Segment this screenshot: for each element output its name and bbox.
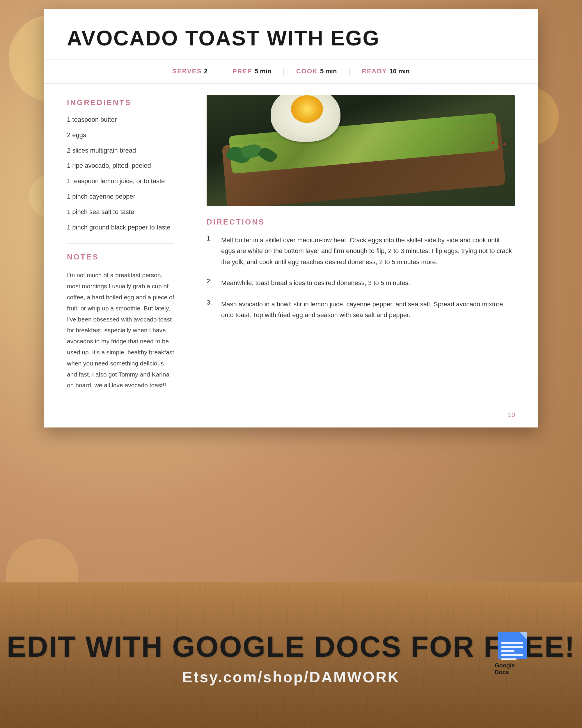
banner-subtitle: Etsy.com/shop/DAMWORK	[182, 668, 400, 686]
ingredient-2: 2 eggs	[67, 131, 174, 140]
right-column: DIRECTIONS 1. Melt butter in a skillet o…	[189, 84, 538, 405]
food-image-placeholder	[206, 95, 515, 206]
banner-title: EDIT WITH GOOGLE DOCS FOR FREE!	[7, 630, 575, 662]
divider-3: |	[348, 67, 350, 76]
ingredients-section: INGREDIENTS 1 teaspoon butter 2 eggs 2 s…	[67, 98, 174, 232]
ready-value: 10 min	[389, 68, 410, 75]
serves-value: 2	[204, 68, 207, 75]
egg-layer	[271, 95, 346, 145]
prep-label: PREP	[232, 68, 252, 75]
direction-3: 3. Mash avocado in a bowl; stir in lemon…	[206, 299, 515, 321]
direction-number-3: 3.	[206, 299, 215, 321]
direction-text-2: Meanwhile, toast bread slices to desired…	[221, 278, 410, 288]
divider-1: |	[219, 67, 221, 76]
google-docs-icon: Google Docs	[495, 632, 530, 676]
gdocs-line-5	[501, 658, 517, 660]
notes-section: NOTES I'm not much of a breakfast person…	[67, 243, 174, 391]
prep-value: 5 min	[255, 68, 271, 75]
bottom-banner: EDIT WITH GOOGLE DOCS FOR FREE! Etsy.com…	[0, 588, 582, 728]
prep-meta: PREP 5 min	[232, 68, 271, 75]
direction-number-1: 1.	[206, 235, 215, 267]
directions-section: DIRECTIONS 1. Melt butter in a skillet o…	[206, 217, 515, 320]
ingredient-7: 1 pinch sea salt to taste	[67, 208, 174, 217]
direction-2: 2. Meanwhile, toast bread slices to desi…	[206, 278, 515, 288]
ready-meta: READY 10 min	[362, 68, 410, 75]
page-number: 10	[44, 405, 538, 427]
notes-header: NOTES	[67, 253, 174, 261]
direction-1: 1. Melt butter in a skillet over medium-…	[206, 235, 515, 267]
left-column: INGREDIENTS 1 teaspoon butter 2 eggs 2 s…	[44, 84, 189, 405]
directions-header: DIRECTIONS	[206, 217, 515, 227]
cook-value: 5 min	[320, 68, 337, 75]
content-area: INGREDIENTS 1 teaspoon butter 2 eggs 2 s…	[44, 84, 538, 405]
ready-label: READY	[362, 68, 387, 75]
title-section: AVOCADO TOAST WITH EGG	[44, 9, 538, 59]
ingredient-4: 1 ripe avocado, pitted, peeled	[67, 161, 174, 171]
direction-text-3: Mash avocado in a bowl; stir in lemon ju…	[221, 299, 515, 321]
meta-bar: SERVES 2 | PREP 5 min | COOK 5 min | REA…	[44, 59, 538, 84]
cook-label: COOK	[296, 68, 318, 75]
food-image	[206, 95, 515, 206]
ingredient-1: 1 teaspoon butter	[67, 115, 174, 124]
ingredient-3: 2 slices multigrain bread	[67, 146, 174, 155]
google-docs-file-icon	[498, 632, 527, 659]
direction-text-1: Melt butter in a skillet over medium-low…	[221, 235, 515, 267]
ingredients-header: INGREDIENTS	[67, 98, 174, 107]
gdocs-line-3	[501, 650, 515, 652]
gdocs-line-4	[501, 654, 523, 656]
notes-text: I'm not much of a breakfast person, most…	[67, 270, 174, 391]
gdocs-line-2	[501, 646, 523, 648]
serves-label: SERVES	[172, 68, 202, 75]
gdocs-lines	[501, 642, 523, 662]
direction-number-2: 2.	[206, 278, 215, 288]
ingredient-6: 1 pinch cayenne pepper	[67, 192, 174, 201]
serves-meta: SERVES 2	[172, 68, 207, 75]
gdocs-line-1	[501, 642, 523, 644]
divider-2: |	[283, 67, 285, 76]
ingredient-8: 1 pinch ground black pepper to taste	[67, 223, 174, 232]
cook-meta: COOK 5 min	[296, 68, 337, 75]
recipe-title: AVOCADO TOAST WITH EGG	[67, 26, 515, 50]
ingredient-5: 1 teaspoon lemon juice, or to taste	[67, 177, 174, 186]
google-docs-label: Google Docs	[495, 662, 530, 676]
recipe-card: AVOCADO TOAST WITH EGG SERVES 2 | PREP 5…	[44, 9, 538, 427]
